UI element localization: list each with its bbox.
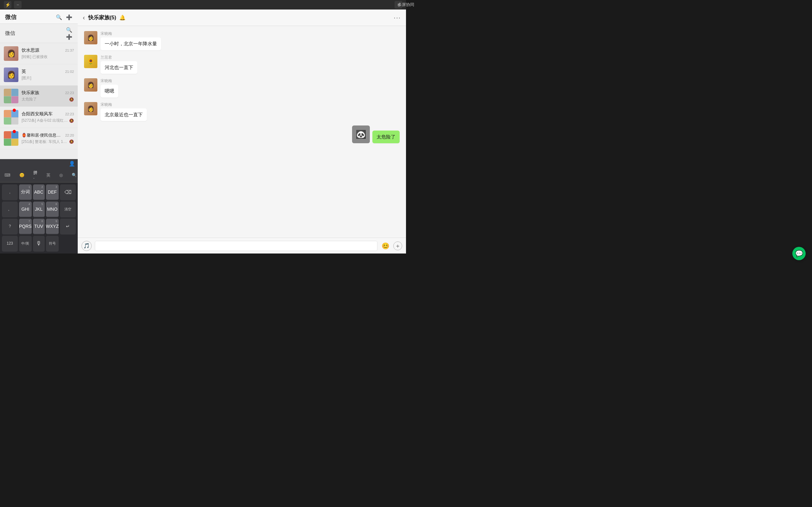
kbd-mode-keyboard[interactable]: ⌨ <box>3 172 12 178</box>
key-symbol[interactable]: 符号 <box>46 236 59 251</box>
inner-title: 微信 <box>5 30 15 37</box>
chat-info-heyangxian: 合阳西安顺风车 22:23 [5272条] A奋斗02 出现红色请打15229.… <box>21 111 74 123</box>
msg-content-1: 宋晓梅 一小时，北京一年降水量 <box>101 31 161 50</box>
search-button[interactable]: 🔍 <box>55 14 62 20</box>
mute-icon: 🔕 <box>69 97 74 102</box>
key-lang[interactable]: 中/英 <box>19 236 32 251</box>
self-msgs: 太危险了 🐼 <box>352 125 400 143</box>
key-123[interactable]: 123 <box>2 236 18 251</box>
bell-icon[interactable]: 🔔 <box>119 14 125 20</box>
emoji-button[interactable]: 😊 <box>380 241 390 250</box>
msg-content-3: 宋晓梅 嗯嗯 <box>101 78 118 98</box>
avatar-yinshui: 👩 <box>4 46 18 61</box>
key-ghi[interactable]: 4 GHI <box>19 202 32 217</box>
title-bar: ⚡ − 多屏协同 × <box>0 0 406 9</box>
key-mno[interactable]: 6 MNO <box>46 202 59 217</box>
msg-sender-3: 宋晓梅 <box>101 78 118 83</box>
chat-item-heyangxian[interactable]: 合阳西安顺风车 22:23 [5272条] A奋斗02 出现红色请打15229.… <box>0 107 78 128</box>
key-abc[interactable]: 2 ABC <box>33 184 45 200</box>
chat-info-yinshui: 饮水思源 21:37 [转账] 已被接收 <box>21 48 74 60</box>
msg-avatar-4: 👩 <box>84 102 97 115</box>
msg-sender-1: 宋晓梅 <box>101 31 161 37</box>
chat-preview: [转账] 已被接收 <box>21 54 74 60</box>
msg-bubble-2[interactable]: 河北也一直下 <box>101 61 137 74</box>
minimize-button[interactable]: − <box>14 1 21 9</box>
inner-search-button[interactable]: 🔍 <box>66 26 72 33</box>
inner-add-button[interactable]: ➕ <box>66 33 72 40</box>
window-controls: ⚡ − <box>4 1 21 9</box>
key-backspace[interactable]: ⌫ <box>60 184 76 200</box>
main-layout: 微信 🔍 ➕ 微信 🔍 ➕ 👩 <box>0 9 406 253</box>
unread-dot <box>13 130 16 133</box>
msg-sender-4: 宋晓梅 <box>101 102 147 107</box>
message-row-self: 太危险了 🐼 <box>84 125 400 143</box>
chat-name: 饮水思源 <box>21 48 39 53</box>
chat-list: 👩 饮水思源 21:37 [转账] 已被接收 👩 <box>0 43 78 159</box>
key-comma[interactable]: ， <box>2 184 18 200</box>
kbd-mode-english[interactable]: 英 <box>45 172 52 179</box>
chat-info-ying: 英 21:02 [图片] <box>21 69 74 81</box>
msg-bubble-3[interactable]: 嗯嗯 <box>101 84 118 98</box>
chat-item-yinshui[interactable]: 👩 饮水思源 21:37 [转账] 已被接收 <box>0 43 78 64</box>
key-empty <box>60 236 76 251</box>
keyboard-area: 👤 ⌨ 😊 拼· 英 ◎ 🔍 ◉ ， 1 分词 <box>0 159 78 253</box>
msg-bubble-1[interactable]: 一小时，北京一年降水量 <box>101 38 161 50</box>
key-tuv[interactable]: 8 TUV <box>33 219 45 234</box>
message-row-1: 👩 宋晓梅 一小时，北京一年降水量 <box>84 31 400 50</box>
chat-info-kuaile: 快乐家族 22:23 太危险了 🔕 <box>21 90 74 102</box>
chat-name: 快乐家族 <box>21 90 39 96</box>
more-button[interactable]: ··· <box>394 14 401 21</box>
chat-preview: [251条] 蟹老板: 车找人 11点00—11:... <box>21 139 68 145</box>
lightning-button[interactable]: ⚡ <box>4 1 11 9</box>
chat-title: 快乐家族(5) <box>88 14 116 21</box>
chat-time: 22:23 <box>65 112 74 116</box>
outer-title: 微信 <box>5 13 16 21</box>
kbd-mode-pinyin[interactable]: 拼· <box>32 169 39 181</box>
key-fenci[interactable]: 1 分词 <box>19 184 32 200</box>
chat-preview: [图片] <box>21 75 74 81</box>
key-jkl[interactable]: 5 JKL <box>33 202 45 217</box>
chat-time: 21:37 <box>65 49 74 52</box>
key-period[interactable]: 。 <box>2 202 18 217</box>
kbd-mode-search[interactable]: 🔍 <box>70 172 78 178</box>
msg-avatar-1: 👩 <box>84 31 97 44</box>
add-button[interactable]: ➕ <box>66 14 72 20</box>
key-voice[interactable]: 🎙 <box>33 236 45 251</box>
voice-input-button[interactable]: 🎵 <box>82 241 92 251</box>
msg-sender-2: 兰茁君 <box>101 55 137 60</box>
chat-name: 🏮馨和居·便民信息服务平台 <box>21 133 63 138</box>
kbd-mode-shape[interactable]: ◎ <box>58 172 64 178</box>
chat-item-xinhejupin[interactable]: 🏮馨和居·便民信息服务平台 22:20 [251条] 蟹老板: 车找人 11点0… <box>0 128 78 149</box>
app-title: 多屏协同 <box>398 2 406 8</box>
msg-content-2: 兰茁君 河北也一直下 <box>101 55 137 74</box>
chat-info-xinhejupin: 🏮馨和居·便民信息服务平台 22:20 [251条] 蟹老板: 车找人 11点0… <box>21 133 74 145</box>
key-clear[interactable]: 清空 <box>60 202 76 217</box>
keyboard-person-icon: 👤 <box>69 161 75 167</box>
chat-item-kuaile[interactable]: 快乐家族 22:23 太危险了 🔕 <box>0 86 78 107</box>
message-row-2: 🌻 兰茁君 河北也一直下 <box>84 55 400 74</box>
msg-content-4: 宋晓梅 北京最近也一直下 <box>101 102 147 121</box>
chat-item-ying[interactable]: 👩 英 21:02 [图片] <box>0 64 78 86</box>
unread-dot <box>13 109 16 112</box>
chat-preview: 太危险了 <box>21 97 68 102</box>
left-panel: 微信 🔍 ➕ 微信 🔍 ➕ 👩 <box>0 9 78 253</box>
self-bubble[interactable]: 太危险了 <box>372 130 400 144</box>
keyboard-toolbar: 👤 <box>0 159 78 168</box>
mute-icon: 🔕 <box>69 139 74 144</box>
msg-bubble-4[interactable]: 北京最近也一直下 <box>101 108 147 121</box>
back-button[interactable]: ‹ <box>83 14 85 21</box>
inner-header-icons: 🔍 ➕ <box>66 26 72 40</box>
key-enter[interactable]: ↵ <box>60 219 76 234</box>
kbd-mode-emoji[interactable]: 😊 <box>18 172 26 178</box>
key-def[interactable]: 3 DEF <box>46 184 59 200</box>
message-input[interactable] <box>95 241 377 251</box>
key-wxyz[interactable]: 9 WXYZ <box>46 219 59 234</box>
left-header-inner: 微信 🔍 ➕ <box>0 24 78 43</box>
chat-time: 21:02 <box>65 70 74 73</box>
key-pqrs[interactable]: 7 PQRS <box>19 219 32 234</box>
self-thumb-image[interactable]: 🐼 <box>352 125 370 143</box>
input-area: 🎵 😊 ＋ <box>78 238 406 253</box>
key-question[interactable]: ? <box>2 219 18 234</box>
add-media-button[interactable]: ＋ <box>393 241 402 250</box>
avatar-kuaile <box>4 89 18 103</box>
